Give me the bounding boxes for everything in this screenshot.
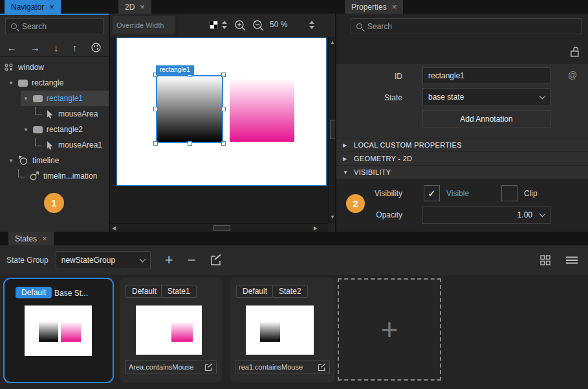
default-state-chip[interactable]: Default	[236, 285, 274, 298]
tree-item-rectangle2[interactable]: ▾ rectangle2	[0, 122, 109, 137]
background-color-swatch[interactable]	[210, 21, 218, 29]
move-down-icon[interactable]: ↓	[54, 42, 59, 53]
callout-badge-2: 2	[346, 194, 365, 213]
zoom-level-value[interactable]: 50 %	[270, 20, 287, 29]
state-name[interactable]: State1	[161, 285, 197, 298]
navigator-search-input[interactable]: Search	[5, 18, 103, 34]
selection-handle[interactable]	[153, 107, 158, 111]
selection-handle[interactable]	[153, 141, 158, 146]
zoom-stepper[interactable]	[309, 21, 314, 29]
move-right-icon[interactable]: →	[30, 42, 40, 53]
canvas-viewport[interactable]: rectangle1	[110, 37, 328, 223]
override-width-input[interactable]: Override Width	[113, 16, 175, 34]
swatch-stepper[interactable]	[222, 21, 227, 29]
close-icon[interactable]: ×	[140, 2, 145, 12]
horizontal-scrollbar[interactable]: ◀ ▶	[110, 223, 328, 232]
default-state-chip[interactable]: Default	[125, 285, 163, 298]
section-local-custom-properties[interactable]: ▶ LOCAL CUSTOM PROPERTIES	[336, 138, 588, 151]
close-icon[interactable]: ×	[392, 2, 397, 12]
navigator-panel: Navigator × Search ← → ↓ ↑ window ▾ rect…	[0, 0, 109, 232]
visible-checkbox[interactable]: ✓	[424, 185, 440, 201]
state-name[interactable]: Base St...	[54, 289, 88, 298]
section-expanded-icon: ▼	[343, 170, 348, 175]
move-left-icon[interactable]: ←	[7, 42, 17, 53]
search-icon	[11, 23, 17, 29]
edit-condition-icon[interactable]	[204, 363, 213, 372]
tree-item-mousearea1[interactable]: mouseArea1	[0, 137, 109, 153]
id-field[interactable]: rectangle1	[422, 67, 550, 84]
edit-condition-icon[interactable]	[318, 363, 326, 372]
list-view-icon[interactable]	[565, 255, 578, 265]
add-state-group-button[interactable]: +	[165, 252, 173, 269]
canvas-tabbar: 2D ×	[110, 0, 335, 14]
canvas-2d-panel: 2D × Override Width 50 %	[109, 0, 335, 232]
canvas-rectangle1[interactable]: rectangle1	[157, 76, 222, 142]
lock-icon[interactable]	[570, 46, 581, 58]
selection-label: rectangle1	[156, 65, 194, 75]
state-card-base[interactable]: Default Base St...	[3, 278, 114, 383]
remove-state-group-button[interactable]: −	[188, 252, 196, 269]
zoom-in-icon[interactable]	[234, 19, 246, 32]
close-icon[interactable]: ×	[42, 234, 47, 243]
tree-item-label: window	[18, 63, 44, 72]
expander-icon[interactable]: ▾	[8, 80, 14, 86]
state-card-state1[interactable]: Default State1 Area.containsMouse	[120, 278, 222, 383]
section-label: LOCAL CUSTOM PROPERTIES	[354, 141, 462, 149]
section-collapsed-icon: ▶	[343, 142, 348, 148]
when-condition-field[interactable]: Area.containsMouse	[125, 361, 217, 373]
palette-icon[interactable]	[91, 42, 102, 53]
tab-navigator-label: Navigator	[11, 3, 44, 12]
state-thumbnail[interactable]	[136, 306, 202, 355]
default-state-pill[interactable]: Default	[16, 287, 52, 298]
selection-handle[interactable]	[221, 141, 226, 146]
expander-icon[interactable]: ▾	[23, 95, 29, 102]
close-icon[interactable]: ×	[49, 2, 54, 12]
tab-properties[interactable]: Properties ×	[345, 0, 403, 14]
tree-item-timeline[interactable]: ▾ timeline	[0, 153, 109, 168]
tree-item-timeline-animation[interactable]: timelin...imation	[0, 168, 109, 184]
navigator-tabbar: Navigator ×	[0, 0, 109, 14]
add-state-placeholder[interactable]: +	[338, 278, 441, 381]
tree-item-rectangle[interactable]: ▾ rectangle	[0, 75, 109, 91]
when-condition-field[interactable]: rea1.containsMouse	[235, 361, 330, 373]
opacity-field[interactable]: 1.00	[422, 206, 550, 224]
tab-states[interactable]: States ×	[8, 232, 54, 245]
move-up-icon[interactable]: ↑	[72, 42, 78, 53]
state-card-state2[interactable]: Default State2 rea1.containsMouse	[230, 278, 335, 383]
add-annotation-button[interactable]: Add Annotation	[422, 110, 550, 128]
clip-checkbox[interactable]	[501, 185, 517, 201]
scrollbar-thumb[interactable]	[213, 225, 230, 231]
zoom-out-icon[interactable]	[252, 19, 265, 32]
search-icon	[356, 23, 362, 29]
expander-icon[interactable]: ▾	[23, 126, 29, 133]
animation-icon	[29, 171, 39, 181]
state-group-dropdown[interactable]: newStateGroup	[56, 251, 151, 269]
at-icon[interactable]: @	[568, 70, 577, 80]
state-dropdown[interactable]: base state	[422, 88, 550, 106]
grid-view-icon[interactable]	[539, 254, 551, 266]
rectangle-icon	[33, 95, 43, 102]
section-visibility[interactable]: ▼ VISIBILITY	[336, 165, 588, 179]
tab-2d[interactable]: 2D ×	[118, 0, 151, 14]
chevron-down-icon[interactable]	[539, 211, 546, 217]
edit-state-group-icon[interactable]	[210, 254, 223, 267]
search-placeholder: Search	[22, 22, 47, 31]
tab-navigator[interactable]: Navigator ×	[5, 0, 61, 14]
thumb-rectangle1	[39, 322, 58, 342]
tree-item-mousearea[interactable]: mouseArea	[0, 106, 109, 122]
properties-search-input[interactable]: Search	[351, 18, 582, 34]
expander-icon[interactable]: ▾	[8, 157, 14, 164]
section-geometry-2d[interactable]: ▶ GEOMETRY - 2D	[336, 151, 588, 165]
state-value: base state	[428, 93, 464, 102]
tree-item-window[interactable]: window	[0, 60, 109, 75]
state-thumbnail[interactable]	[25, 306, 92, 356]
state-thumbnail[interactable]	[246, 306, 314, 355]
state-name[interactable]: State2	[272, 285, 308, 298]
canvas-rectangle2[interactable]	[230, 78, 294, 142]
timeline-icon	[18, 155, 28, 166]
selection-handle[interactable]	[221, 72, 226, 77]
tree-item-rectangle1[interactable]: ▾ rectangle1	[21, 91, 109, 106]
selection-handle[interactable]	[188, 141, 192, 146]
design-canvas[interactable]: rectangle1	[116, 38, 327, 186]
selection-handle[interactable]	[221, 107, 226, 111]
